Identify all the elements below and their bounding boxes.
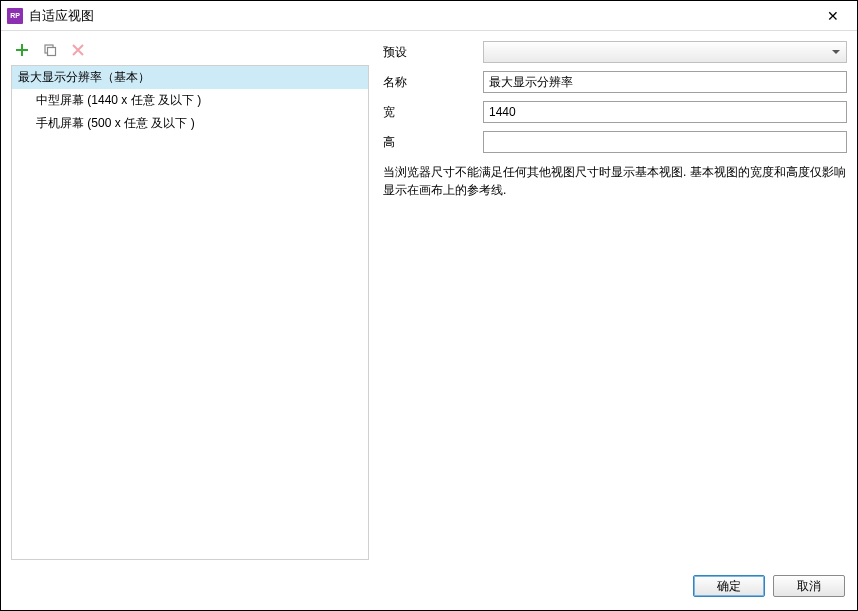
dialog-content: 最大显示分辨率（基本）中型屏幕 (1440 x 任意 及以下 )手机屏幕 (50…: [1, 31, 857, 570]
left-panel: 最大显示分辨率（基本）中型屏幕 (1440 x 任意 及以下 )手机屏幕 (50…: [11, 41, 369, 560]
preset-label: 预设: [383, 44, 483, 61]
window-title: 自适应视图: [29, 7, 817, 25]
height-input[interactable]: [483, 131, 847, 153]
help-text: 当浏览器尺寸不能满足任何其他视图尺寸时显示基本视图. 基本视图的宽度和高度仅影响…: [383, 163, 847, 199]
width-input[interactable]: [483, 101, 847, 123]
copy-icon[interactable]: [43, 43, 57, 57]
views-list[interactable]: 最大显示分辨率（基本）中型屏幕 (1440 x 任意 及以下 )手机屏幕 (50…: [11, 65, 369, 560]
width-label: 宽: [383, 104, 483, 121]
preset-dropdown[interactable]: [483, 41, 847, 63]
list-toolbar: [11, 41, 369, 65]
add-icon[interactable]: [15, 43, 29, 57]
titlebar: RP 自适应视图 ✕: [1, 1, 857, 31]
list-item[interactable]: 手机屏幕 (500 x 任意 及以下 ): [12, 112, 368, 135]
dialog-footer: 确定 取消: [1, 570, 857, 610]
name-input[interactable]: [483, 71, 847, 93]
delete-icon[interactable]: [71, 43, 85, 57]
ok-button[interactable]: 确定: [693, 575, 765, 597]
list-item[interactable]: 中型屏幕 (1440 x 任意 及以下 ): [12, 89, 368, 112]
list-item[interactable]: 最大显示分辨率（基本）: [12, 66, 368, 89]
svg-rect-1: [48, 48, 56, 56]
right-panel: 预设 名称 宽 高 当浏览器尺寸不能满足任何其他视图尺寸时显示基本视图. 基本视…: [383, 41, 847, 560]
app-icon: RP: [7, 8, 23, 24]
close-button[interactable]: ✕: [817, 2, 849, 30]
cancel-button[interactable]: 取消: [773, 575, 845, 597]
height-label: 高: [383, 134, 483, 151]
name-label: 名称: [383, 74, 483, 91]
